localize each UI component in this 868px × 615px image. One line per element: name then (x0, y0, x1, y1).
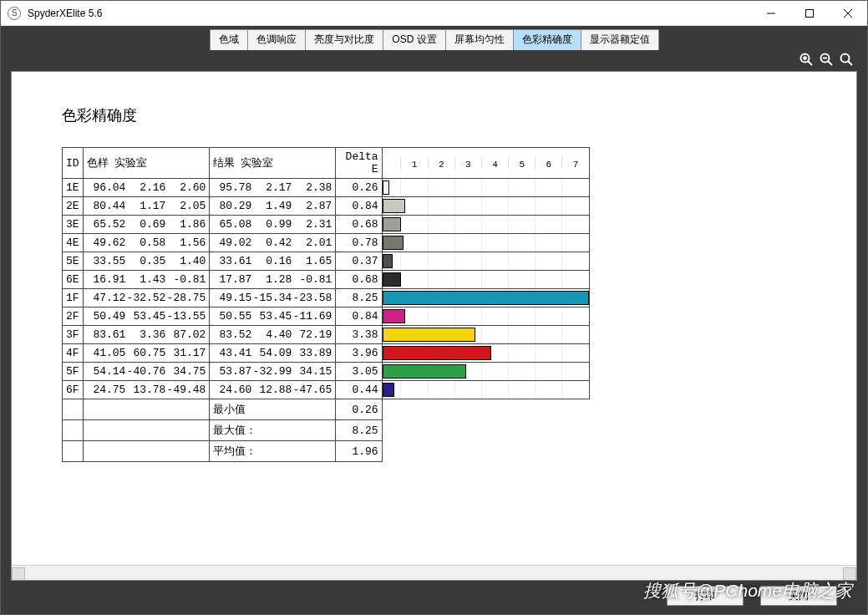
delta-bar (383, 346, 491, 360)
delta-bar (383, 328, 475, 342)
stat-row: 最小值0.26 (63, 399, 590, 420)
delta-bar (383, 291, 589, 305)
delta-bar (383, 180, 390, 195)
accuracy-table: ID色样 实验室结果 实验室Delta E12345671E 96.04 2.1… (62, 147, 590, 462)
delta-bar (383, 383, 394, 397)
table-row: 4F 41.05 60.75 31.17 43.41 54.09 33.893.… (63, 344, 590, 363)
col-chart: 1234567 (382, 148, 589, 179)
table-row: 2F 50.49 53.45-13.55 50.55 53.45-11.690.… (63, 308, 590, 326)
col-id: ID (63, 148, 84, 179)
delta-bar (383, 254, 393, 268)
print-button[interactable]: 打印 (667, 586, 744, 606)
table-row: 3F 83.61 3.36 87.02 83.52 4.40 72.193.38 (63, 326, 590, 344)
zoom-in-icon[interactable] (799, 52, 814, 67)
col-sample: 色样 实验室 (83, 148, 209, 179)
close-panel-button[interactable]: 关闭 (760, 586, 837, 606)
delta-bar (383, 309, 406, 323)
table-row: 1E 96.04 2.16 2.60 95.78 2.17 2.380.26 (63, 179, 590, 197)
delta-bar (383, 272, 401, 287)
col-delta: Delta E (335, 148, 382, 179)
svg-line-12 (849, 62, 853, 66)
horizontal-scrollbar[interactable] (12, 565, 856, 580)
delta-bar (383, 364, 466, 379)
stat-row: 平均值：1.96 (63, 441, 590, 462)
table-row: 6E 16.91 1.43 -0.81 17.87 1.28 -0.810.68 (63, 271, 590, 289)
minimize-button[interactable] (752, 1, 790, 26)
svg-line-9 (829, 62, 833, 66)
app-icon: S (8, 7, 21, 20)
svg-point-11 (841, 54, 850, 63)
close-button[interactable] (829, 1, 867, 26)
svg-rect-1 (806, 9, 814, 17)
table-row: 1F 47.12-32.52-28.75 49.15-15.34-23.588.… (63, 289, 590, 308)
table-row: 2E 80.44 1.17 2.05 80.29 1.49 2.870.84 (63, 197, 590, 216)
zoom-out-icon[interactable] (819, 52, 834, 67)
delta-bar (383, 236, 404, 250)
table-row: 4E 49.62 0.58 1.56 49.02 0.42 2.010.78 (63, 234, 590, 252)
table-row: 3E 65.52 0.69 1.86 65.08 0.99 2.310.68 (63, 216, 590, 234)
section-title: 色彩精确度 (62, 105, 806, 125)
svg-line-5 (809, 62, 813, 66)
zoom-fit-icon[interactable] (839, 52, 854, 67)
window-title: SpyderXElite 5.6 (28, 8, 102, 19)
titlebar: S SpyderXElite 5.6 (1, 1, 867, 26)
stat-row: 最大值：8.25 (63, 420, 590, 441)
col-result: 结果 实验室 (209, 148, 335, 179)
delta-bar (383, 217, 401, 231)
table-row: 5E 33.55 0.35 1.40 33.61 0.16 1.650.37 (63, 252, 590, 271)
maximize-button[interactable] (790, 1, 829, 26)
delta-bar (383, 199, 406, 213)
table-row: 5F 54.14-40.76 34.75 53.87-32.99 34.153.… (63, 363, 590, 381)
table-row: 6F 24.75 13.78-49.48 24.60 12.88-47.650.… (63, 381, 590, 399)
